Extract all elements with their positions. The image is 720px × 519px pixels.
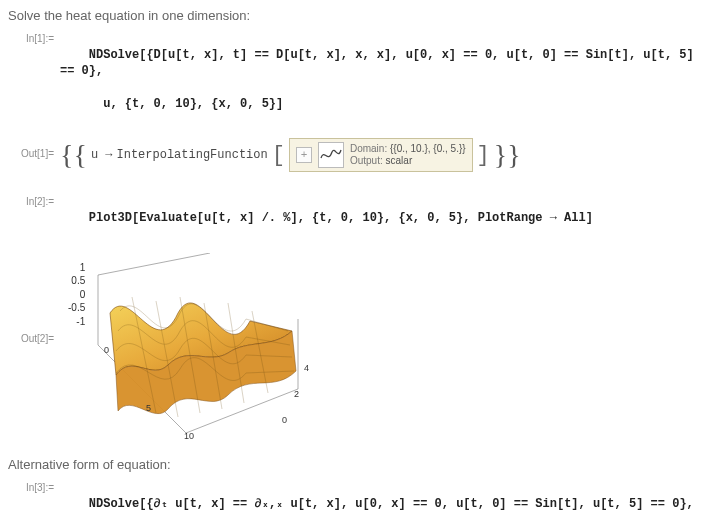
cell-in2: In[2]:= Plot3D[Evaluate[u[t, x] /. %], {… (8, 194, 712, 243)
brace-open-icon: {{ (60, 141, 87, 169)
output-interp-label: InterpolatingFunction (117, 148, 268, 162)
bracket-close-icon: ] (477, 143, 490, 168)
x-tick: 5 (146, 403, 151, 413)
section-heading-solve: Solve the heat equation in one dimension… (8, 8, 712, 23)
brace-close-icon: }} (494, 141, 521, 169)
cell-out1: Out[1]= {{ u → InterpolatingFunction [ +… (8, 138, 712, 172)
section-heading-alternative: Alternative form of equation: (8, 457, 712, 472)
code-in1[interactable]: NDSolve[{D[u[t, x], t] == D[u[t, x], x, … (60, 31, 712, 128)
output-type-value: scalar (386, 155, 413, 166)
x-tick-origin: 0 (104, 345, 109, 355)
label-out1: Out[1]= (8, 138, 60, 159)
label-in1: In[1]:= (8, 31, 60, 44)
plot3d-output[interactable]: 1 0.5 0 -0.5 -1 (60, 249, 712, 443)
y-tick: 4 (304, 363, 309, 373)
code-in1-line2: u, {t, 0, 10}, {x, 0, 5}] (89, 97, 283, 111)
cell-in3: In[3]:= NDSolve[{∂ₜ u[t, x] == ∂ₓ,ₓ u[t,… (8, 480, 712, 519)
bracket-open-icon: [ (272, 143, 285, 168)
code-in2-line1: Plot3D[Evaluate[u[t, x] /. %], {t, 0, 10… (89, 211, 593, 225)
code-in1-line1: NDSolve[{D[u[t, x], t] == D[u[t, x], x, … (60, 48, 701, 78)
output-type-label: Output: (350, 155, 383, 166)
label-out2: Out[2]= (8, 249, 60, 344)
code-in2[interactable]: Plot3D[Evaluate[u[t, x] /. %], {t, 0, 10… (60, 194, 712, 243)
label-in3: In[3]:= (8, 480, 60, 493)
domain-value: {{0., 10.}, {0., 5.}} (390, 143, 466, 154)
expand-button[interactable]: + (296, 147, 312, 163)
x-tick: 10 (184, 431, 194, 441)
plot3d-svg: 0 5 10 0 2 4 (60, 253, 320, 443)
y-tick: 2 (294, 389, 299, 399)
summary-text: Domain: {{0., 10.}, {0., 5.}} Output: sc… (350, 143, 466, 168)
code-in3-line1: NDSolve[{∂ₜ u[t, x] == ∂ₓ,ₓ u[t, x], u[0… (89, 497, 694, 511)
interpolating-function-summary[interactable]: + Domain: {{0., 10.}, {0., 5.}} Output: … (289, 138, 473, 172)
summary-thumbnail-icon (318, 142, 344, 168)
output-u-arrow: u → (91, 148, 113, 162)
cell-in1: In[1]:= NDSolve[{D[u[t, x], t] == D[u[t,… (8, 31, 712, 128)
plot3d-graphic[interactable]: 1 0.5 0 -0.5 -1 (60, 253, 320, 443)
domain-label: Domain: (350, 143, 387, 154)
code-in3[interactable]: NDSolve[{∂ₜ u[t, x] == ∂ₓ,ₓ u[t, x], u[0… (60, 480, 712, 519)
label-in2: In[2]:= (8, 194, 60, 207)
cell-out2: Out[2]= 1 0.5 0 -0.5 -1 (8, 249, 712, 443)
output-expr-1: {{ u → InterpolatingFunction [ + Domain:… (60, 138, 712, 172)
y-tick-origin: 0 (282, 415, 287, 425)
